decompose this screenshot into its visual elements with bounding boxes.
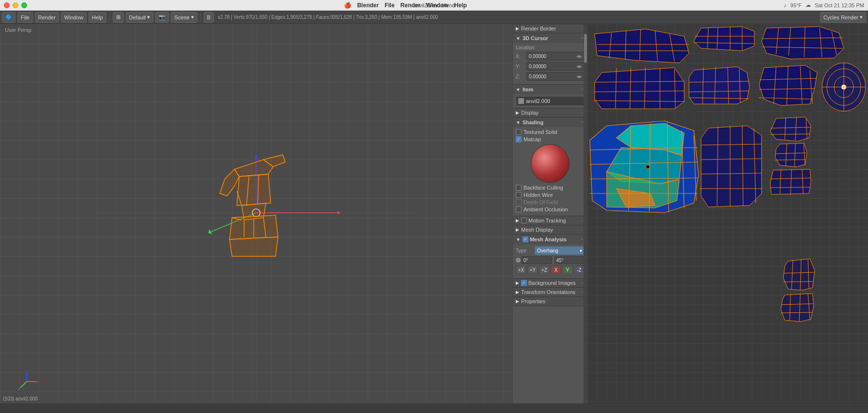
depth-field-label: Depth Of Field bbox=[524, 199, 558, 205]
motion-tracking-checkbox[interactable] bbox=[521, 218, 527, 223]
textured-solid-checkbox[interactable] bbox=[516, 129, 522, 135]
render-engine-btn[interactable]: Cycles Render ▾ bbox=[820, 12, 866, 23]
viewport-3d[interactable]: User Persp bbox=[0, 24, 512, 403]
file-menu[interactable]: File bbox=[17, 12, 33, 23]
angle-sep bbox=[553, 257, 554, 264]
bg-images-arrow: ▶ bbox=[516, 280, 519, 285]
minimize-button[interactable] bbox=[13, 2, 18, 8]
svg-marker-107 bbox=[770, 117, 811, 141]
svg-marker-98 bbox=[701, 126, 762, 207]
y-label: Y: bbox=[516, 64, 526, 69]
svg-marker-11 bbox=[237, 174, 271, 206]
z-label: Z: bbox=[516, 74, 526, 79]
z-field-row: Z: 0.00000 ◀▶ bbox=[516, 72, 584, 81]
matcap-checkbox[interactable]: ✓ bbox=[516, 136, 522, 142]
axis-y-btn[interactable]: Y bbox=[562, 266, 573, 274]
x-input[interactable]: 0.00000 ◀▶ bbox=[526, 52, 584, 60]
angle-dot1 bbox=[516, 258, 521, 263]
menu-help[interactable]: Help bbox=[454, 2, 467, 9]
backface-culling-label: Backface Culling bbox=[524, 185, 563, 191]
type-dropdown[interactable]: Overhang ▾ bbox=[535, 246, 584, 255]
display-section[interactable]: ▶ Display ··· bbox=[513, 108, 587, 118]
axis-plus-x-btn[interactable]: +X bbox=[516, 266, 526, 274]
render-border-section[interactable]: ▶ Render Border ··· bbox=[513, 24, 587, 33]
type-row: Type: Overhang ▾ bbox=[516, 246, 584, 255]
apple-icon[interactable]: 🍎 bbox=[344, 2, 351, 9]
svg-marker-52 bbox=[595, 68, 684, 109]
right-panel-svg bbox=[587, 24, 868, 403]
mesh-display-section[interactable]: ▶ Mesh Display ··· bbox=[513, 225, 587, 235]
axes-gizmo: X Z Y bbox=[15, 369, 39, 394]
mesh-analysis-arrow: ▼ bbox=[516, 237, 521, 242]
main-toolbar: 🔷 File Render Window Help ⊞ Default ▾ 📷 … bbox=[0, 11, 868, 24]
angle-input2[interactable]: 45° bbox=[554, 256, 585, 264]
type-label: Type: bbox=[516, 248, 533, 253]
y-input[interactable]: 0.00000 ◀▶ bbox=[526, 62, 584, 71]
backface-culling-row: Backface Culling bbox=[516, 185, 584, 191]
properties-section[interactable]: ▶ Properties ··· bbox=[513, 297, 587, 306]
shading-arrow: ▼ bbox=[516, 120, 521, 125]
cursor-title: 3D Cursor bbox=[523, 35, 548, 41]
svg-text:Z: Z bbox=[26, 370, 28, 373]
mesh-icon bbox=[518, 98, 524, 104]
depth-field-checkbox[interactable] bbox=[516, 199, 522, 205]
layout-btn[interactable]: Default ▾ bbox=[126, 12, 154, 23]
cursor-3d-section: ▼ 3D Cursor ··· Location: X: 0.00000 ◀▶ … bbox=[513, 33, 587, 85]
transform-label: Transform Orientations bbox=[521, 289, 575, 295]
hidden-wire-checkbox[interactable] bbox=[516, 192, 522, 198]
blender-logo[interactable]: B bbox=[204, 12, 214, 23]
help-menu[interactable]: Help bbox=[89, 12, 106, 23]
display-arrow: ▶ bbox=[516, 110, 519, 115]
ambient-occlusion-checkbox[interactable] bbox=[516, 206, 522, 212]
shading-content: Textured Solid ✓ Matcap Backface Culling bbox=[513, 127, 587, 216]
axis-z-btn[interactable]: -Z bbox=[574, 266, 584, 274]
main-layout: User Persp bbox=[0, 24, 868, 403]
svg-marker-10 bbox=[220, 169, 239, 196]
matcap-sphere[interactable] bbox=[531, 144, 569, 183]
item-arrow: ▼ bbox=[516, 87, 521, 92]
z-input[interactable]: 0.00000 ◀▶ bbox=[526, 72, 584, 81]
shading-header[interactable]: ▼ Shading ··· bbox=[513, 118, 587, 127]
backface-culling-checkbox[interactable] bbox=[516, 185, 522, 191]
maximize-button[interactable] bbox=[21, 2, 27, 8]
separator1 bbox=[109, 13, 110, 22]
transform-arrow: ▶ bbox=[516, 290, 519, 295]
svg-marker-6 bbox=[255, 155, 258, 159]
scene-icon[interactable]: 📷 bbox=[155, 12, 169, 23]
motion-tracking-section[interactable]: ▶ Motion Tracking ··· bbox=[513, 216, 587, 225]
weather-icon: ♪ bbox=[784, 2, 787, 8]
axis-plus-y-btn[interactable]: +Y bbox=[527, 266, 538, 274]
window-menu[interactable]: Window bbox=[61, 12, 87, 23]
mesh-analysis-title: Mesh Analysis bbox=[530, 236, 567, 242]
viewport-svg bbox=[0, 24, 512, 403]
axis-plus-z-btn[interactable]: +Z bbox=[539, 266, 550, 274]
svg-marker-125 bbox=[783, 259, 815, 290]
object-name-input[interactable]: anvil2.000 bbox=[516, 96, 584, 106]
render-menu[interactable]: Render bbox=[35, 12, 59, 23]
mesh-display-arrow: ▶ bbox=[516, 227, 519, 232]
object-name: anvil2.000 bbox=[526, 98, 550, 104]
svg-point-97 bbox=[646, 165, 650, 169]
mesh-analysis-checkbox[interactable]: ✓ bbox=[523, 236, 528, 242]
view-type-btn[interactable]: ⊞ bbox=[113, 12, 124, 23]
item-header[interactable]: ▼ Item ··· bbox=[513, 85, 587, 94]
matcap-label: Matcap bbox=[524, 136, 541, 142]
bg-images-checkbox[interactable]: ✓ bbox=[521, 280, 527, 286]
close-button[interactable] bbox=[4, 2, 10, 8]
mesh-analysis-section: ▼ ✓ Mesh Analysis ··· Type: Overhang ▾ 0… bbox=[513, 235, 587, 279]
item-content: anvil2.000 bbox=[513, 94, 587, 108]
angle-input1[interactable]: 0° bbox=[522, 256, 552, 264]
system-status: ♪ 95°F ☁ Sat Oct 21 12:35 PM bbox=[784, 2, 864, 8]
axis-x-btn[interactable]: X bbox=[551, 266, 561, 274]
scene-btn[interactable]: Scene ▾ bbox=[171, 12, 197, 23]
panel-scrollbar[interactable] bbox=[584, 24, 587, 403]
transform-orientations-section[interactable]: ▶ Transform Orientations ··· bbox=[513, 288, 587, 297]
mesh-analysis-header[interactable]: ▼ ✓ Mesh Analysis ··· bbox=[513, 235, 587, 244]
cursor-3d-header[interactable]: ▼ 3D Cursor ··· bbox=[513, 33, 587, 43]
titlebar: 🍎 Blender File Render Window Help anvil2… bbox=[0, 0, 868, 11]
separator2 bbox=[200, 13, 201, 22]
menu-file[interactable]: File bbox=[385, 2, 395, 9]
bg-images-label: Background Images bbox=[528, 280, 576, 286]
background-images-section[interactable]: ▶ ✓ Background Images ··· bbox=[513, 279, 587, 288]
blender-icon-btn[interactable]: 🔷 bbox=[2, 12, 15, 23]
